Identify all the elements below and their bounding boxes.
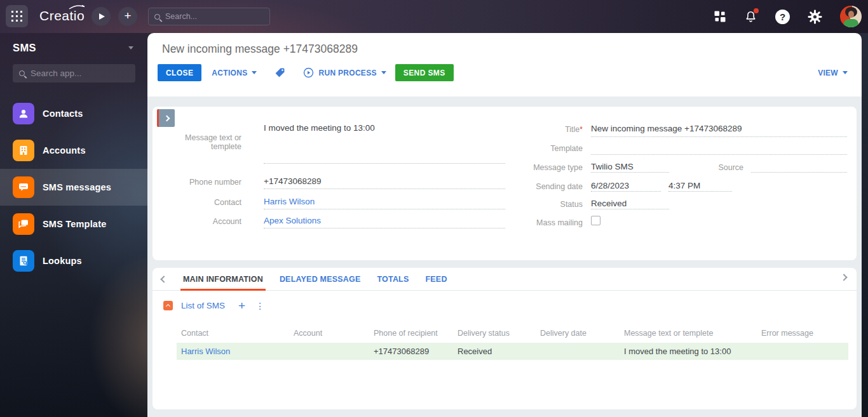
run-process-icon [303,67,314,78]
main-content: New incoming message +17473068289 CLOSE … [147,33,862,417]
app-search-input[interactable]: Search app... [13,64,135,83]
sending-time-value[interactable]: 4:37 PM [668,181,700,190]
process-play-button[interactable] [92,7,111,26]
contact-value-link[interactable]: Harris Wilson [264,197,315,206]
field-underline [591,209,669,209]
column-header-delivery-date[interactable]: Delivery date [536,326,620,340]
chevron-left-icon [160,275,167,282]
help-button[interactable]: ? [775,10,790,24]
status-value[interactable]: Received [591,199,627,208]
avatar-face [848,11,854,18]
tab-bar: MAIN INFORMATION DELAYED MESSAGE TOTALS … [153,268,857,291]
sidebar-item-sms-messages[interactable]: sms SMS messages [0,169,147,206]
table-row[interactable]: Harris Wilson +17473068289 Received I mo… [177,343,848,360]
workspace-selector[interactable]: SMS [0,33,147,54]
sidebar-item-label: SMS messages [43,182,111,192]
sending-date-value[interactable]: 6/28/2023 [591,181,629,190]
svg-text:sms: sms [21,185,27,188]
field-underline [591,154,847,155]
run-process-label: RUN PROCESS [318,69,376,77]
sending-date-label: Sending date [499,182,583,191]
field-underline [264,228,505,228]
quick-add-button[interactable]: + [118,7,137,26]
row-message-text: I moved the meeting to 13:00 [620,343,757,360]
table-header-row: Contact Account Phone of recipient Deliv… [177,326,848,340]
topbar-actions: ? [714,0,862,33]
column-header-message-text[interactable]: Message text or templete [620,326,757,340]
lookups-icon [13,250,34,272]
global-search-placeholder: Search... [165,12,197,21]
column-header-phone[interactable]: Phone of recipient [369,326,453,340]
tab-main-information[interactable]: MAIN INFORMATION [183,268,263,291]
sidebar-item-sms-template[interactable]: SMS Template [0,206,147,242]
sms-list-title[interactable]: List of SMS [181,301,225,310]
message-text-label: Message text or templete [153,133,241,151]
global-search-input[interactable]: Search... [148,8,270,25]
field-underline [751,172,847,173]
chevron-down-icon[interactable] [128,46,133,50]
field-underline [591,191,661,192]
sidebar-item-label: Accounts [43,145,86,156]
account-value-link[interactable]: Apex Solutions [264,216,321,225]
question-mark-icon: ? [775,10,790,24]
column-header-error-message[interactable]: Error message [757,326,848,340]
status-label: Status [499,200,583,209]
sidebar-item-contacts[interactable]: Contacts [0,95,147,132]
sidebar-item-label: SMS Template [43,219,106,229]
mass-mailing-label: Mass mailing [499,218,583,227]
actions-button[interactable]: ACTIONS [212,69,257,77]
tabs-scroll-left-button[interactable] [161,277,166,282]
view-button[interactable]: VIEW [818,69,848,77]
field-underline [264,189,505,189]
tab-feed[interactable]: FEED [426,268,447,291]
field-underline [591,136,847,137]
search-icon [19,70,25,76]
detail-tabs-card: MAIN INFORMATION DELAYED MESSAGE TOTALS … [153,268,857,409]
column-header-contact[interactable]: Contact [177,326,289,340]
column-header-account[interactable]: Account [289,326,369,340]
phone-number-value[interactable]: +17473068289 [264,176,321,186]
source-label: Source [680,163,743,172]
accounts-icon [13,140,34,161]
actions-label: ACTIONS [212,69,247,77]
message-text-value[interactable]: I moved the meeting to 13:00 [264,123,375,133]
notification-badge [754,8,759,13]
run-process-button[interactable]: RUN PROCESS [303,67,386,78]
column-header-delivery-status[interactable]: Delivery status [453,326,536,340]
phone-number-label: Phone number [153,178,241,187]
sidebar-item-accounts[interactable]: Accounts [0,132,147,169]
search-icon [154,14,160,20]
message-type-value[interactable]: Twilio SMS [591,162,634,171]
view-label: VIEW [818,69,838,77]
tag-button[interactable] [275,67,285,78]
tab-delayed-message[interactable]: DELAYED MESSAGE [280,268,361,291]
play-icon [99,13,105,20]
record-form-card: Message text or templete I moved the mee… [153,107,857,260]
field-underline [264,209,505,209]
app-search-placeholder: Search app... [31,69,81,78]
mass-mailing-checkbox[interactable] [591,216,600,225]
app-launcher-icon[interactable] [6,5,28,27]
title-value[interactable]: New incoming message +17473068289 [591,124,742,133]
collapse-panel-button[interactable] [157,109,175,127]
list-options-button[interactable]: ⋮ [255,301,264,310]
close-button[interactable]: CLOSE [158,64,201,81]
message-type-label: Message type [499,163,583,172]
user-avatar[interactable] [840,6,862,27]
apps-squares-icon [714,10,726,23]
contact-label: Contact [153,198,241,207]
add-sms-button[interactable]: + [238,300,245,312]
row-contact-link[interactable]: Harris Wilson [177,343,289,360]
chevron-down-icon [381,71,386,74]
notifications-button[interactable] [744,10,757,23]
send-sms-button[interactable]: SEND SMS [395,64,454,81]
chevron-up-icon [166,304,170,308]
field-underline [668,191,732,192]
collapse-list-button[interactable] [163,301,173,310]
sidebar-item-lookups[interactable]: Lookups [0,242,147,279]
marketplace-apps-button[interactable] [714,10,726,23]
tag-icon [275,67,285,78]
settings-button[interactable] [808,10,822,24]
tabs-scroll-right-button[interactable] [841,275,846,280]
tab-totals[interactable]: TOTALS [377,268,409,291]
